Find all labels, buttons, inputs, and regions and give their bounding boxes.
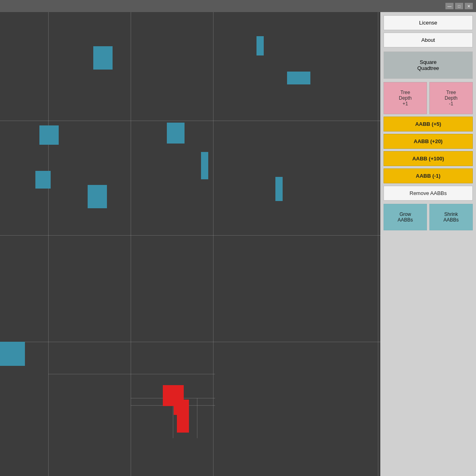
aabb-box-3 — [287, 72, 310, 84]
tree-depth-minus-button[interactable]: Tree Depth -1 — [429, 82, 473, 114]
tree-depth-plus-button[interactable]: Tree Depth +1 — [384, 82, 427, 114]
aabb-box-10 — [0, 342, 25, 366]
maximize-button[interactable]: □ — [455, 3, 463, 9]
aabb-minus1-button[interactable]: AABB (-1) — [384, 168, 473, 183]
aabb-box-6 — [201, 152, 208, 179]
remove-aabbs-button[interactable]: Remove AABBs — [384, 186, 473, 201]
aabb-box-4 — [39, 125, 59, 145]
aabb-box-2 — [256, 36, 264, 55]
aabb-red-3 — [177, 412, 189, 433]
aabb-plus100-button[interactable]: AABB (+100) — [384, 151, 473, 166]
license-button[interactable]: License — [384, 15, 473, 30]
aabb-box-8 — [88, 185, 107, 208]
grow-aabbs-button[interactable]: Grow AABBs — [384, 204, 427, 230]
aabb-box-7 — [35, 171, 51, 189]
aabb-box-9 — [275, 177, 283, 201]
grow-shrink-row: Grow AABBs Shrink AABBs — [384, 204, 473, 230]
sub-grid-v-2 — [197, 398, 197, 438]
grid-h-3 — [0, 342, 380, 342]
canvas-area[interactable] — [0, 12, 380, 476]
aabb-box-5 — [167, 123, 185, 144]
sidebar: License About Square Quadtree Tree Depth… — [380, 12, 476, 476]
grid-h-2 — [0, 235, 380, 236]
minimize-button[interactable]: — — [445, 3, 453, 9]
grid-v-1 — [48, 12, 49, 476]
grid-v-3 — [213, 12, 213, 476]
aabb-box-1 — [93, 46, 113, 70]
square-quadtree-button[interactable]: Square Quadtree — [384, 51, 473, 79]
sidebar-spacer — [384, 233, 473, 473]
title-bar: — □ ✕ — [0, 0, 476, 12]
sub-grid-h-1 — [48, 374, 215, 374]
tree-depth-row: Tree Depth +1 Tree Depth -1 — [384, 82, 473, 114]
close-button[interactable]: ✕ — [465, 3, 473, 9]
grid-v-2 — [131, 12, 131, 476]
grid-h-1 — [0, 121, 380, 121]
grid-lines — [0, 12, 380, 476]
app-container: License About Square Quadtree Tree Depth… — [0, 12, 476, 476]
aabb-plus20-button[interactable]: AABB (+20) — [384, 134, 473, 149]
about-button[interactable]: About — [384, 33, 473, 47]
aabb-plus5-button[interactable]: AABB (+5) — [384, 117, 473, 131]
shrink-aabbs-button[interactable]: Shrink AABBs — [429, 204, 473, 230]
grid-v-4 — [378, 12, 378, 476]
